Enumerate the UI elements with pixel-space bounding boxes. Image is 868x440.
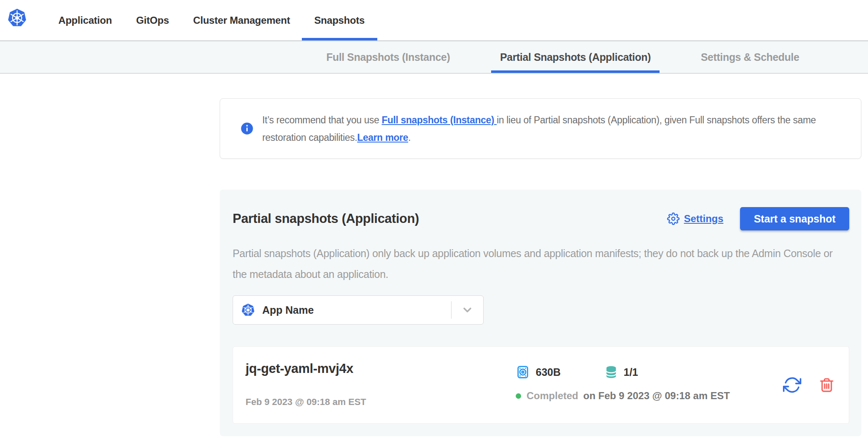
gear-icon bbox=[667, 212, 680, 225]
panel-title: Partial snapshots (Application) bbox=[233, 211, 419, 226]
chevron-down-icon bbox=[452, 304, 483, 316]
main-nav: Application GitOps Cluster Management Sn… bbox=[58, 0, 868, 40]
tab-full-snapshots-instance[interactable]: Full Snapshots (Instance) bbox=[326, 41, 450, 73]
snapshot-finished-date: on Feb 9 2023 @ 09:18 am EST bbox=[583, 390, 730, 402]
panel-actions: Settings Start a snapshot bbox=[667, 207, 849, 230]
snapshot-row-details: 630B 1/1 Completed on Feb 9 2023 @ 09:18… bbox=[503, 347, 730, 423]
trash-icon[interactable] bbox=[819, 377, 835, 393]
learn-more-link[interactable]: Learn more bbox=[357, 132, 408, 143]
snapshot-name: jq-get-yaml-mvj4x bbox=[246, 361, 503, 376]
start-snapshot-button[interactable]: Start a snapshot bbox=[740, 207, 849, 230]
disk-icon bbox=[516, 365, 530, 379]
tab-settings-schedule[interactable]: Settings & Schedule bbox=[701, 41, 799, 73]
info-icon bbox=[241, 122, 253, 135]
snapshot-status-line: Completed on Feb 9 2023 @ 09:18 am EST bbox=[516, 390, 730, 402]
snapshot-volume-count: 1/1 bbox=[624, 366, 638, 378]
snapshot-status: Completed bbox=[527, 390, 578, 402]
nav-item-snapshots[interactable]: Snapshots bbox=[314, 0, 365, 40]
database-icon bbox=[561, 365, 619, 379]
info-banner: It’s recommend that you use Full snapsho… bbox=[220, 98, 861, 159]
panel-description: Partial snapshots (Application) only bac… bbox=[233, 243, 849, 285]
top-navbar: Application GitOps Cluster Management Sn… bbox=[0, 0, 868, 40]
status-dot bbox=[516, 393, 521, 399]
restore-icon[interactable] bbox=[783, 376, 801, 394]
settings-link[interactable]: Settings bbox=[667, 212, 723, 225]
info-text-after: . bbox=[408, 132, 411, 143]
panel-header: Partial snapshots (Application) Settings… bbox=[233, 207, 849, 230]
snapshot-stats: 630B 1/1 bbox=[516, 365, 730, 379]
snapshots-subnav: Full Snapshots (Instance) Partial Snapsh… bbox=[0, 40, 868, 74]
snapshot-row: jq-get-yaml-mvj4x Feb 9 2023 @ 09:18 am … bbox=[233, 346, 849, 424]
snapshot-size: 630B bbox=[536, 366, 561, 378]
nav-item-cluster-management[interactable]: Cluster Management bbox=[193, 0, 290, 40]
snapshot-row-actions bbox=[783, 347, 835, 423]
content-area: It’s recommend that you use Full snapsho… bbox=[220, 98, 861, 436]
snapshot-started-date: Feb 9 2023 @ 09:18 am EST bbox=[246, 397, 503, 408]
settings-link-label: Settings bbox=[684, 213, 723, 225]
app-name-dropdown[interactable]: App Name bbox=[233, 295, 484, 325]
nav-item-gitops[interactable]: GitOps bbox=[136, 0, 169, 40]
nav-item-application[interactable]: Application bbox=[58, 0, 112, 40]
info-text-before: It’s recommend that you use bbox=[262, 115, 382, 125]
partial-snapshots-panel: Partial snapshots (Application) Settings… bbox=[220, 190, 861, 436]
info-banner-text: It’s recommend that you use Full snapsho… bbox=[262, 111, 845, 146]
kubernetes-logo-icon bbox=[8, 8, 27, 28]
kubernetes-app-icon bbox=[241, 303, 255, 317]
snapshot-row-left: jq-get-yaml-mvj4x Feb 9 2023 @ 09:18 am … bbox=[246, 347, 503, 423]
app-name-dropdown-value: App Name bbox=[262, 304, 314, 316]
tab-partial-snapshots-application[interactable]: Partial Snapshots (Application) bbox=[500, 41, 651, 73]
full-snapshots-instance-link[interactable]: Full snapshots (Instance) bbox=[382, 115, 497, 125]
